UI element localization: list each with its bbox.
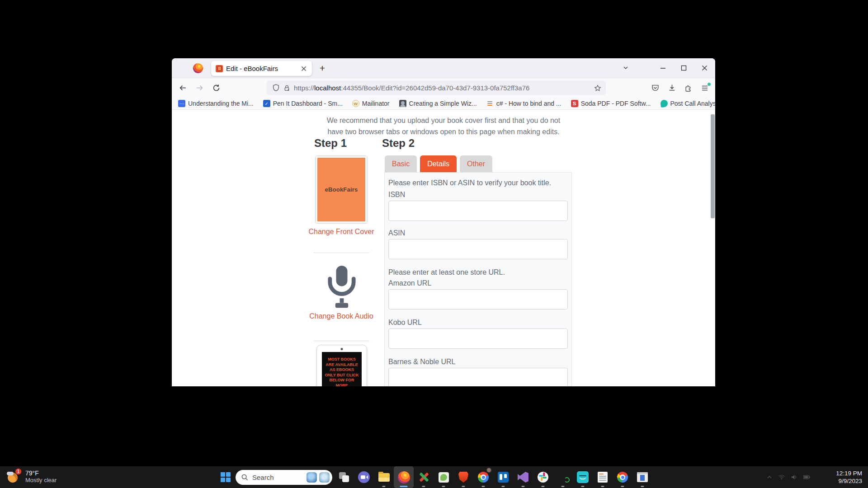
tablet-screen-text: MOST BOOKS ARE AVAILABLE AS EBOOKS ONLY … — [324, 357, 360, 386]
firefox-taskbar-button[interactable] — [394, 466, 414, 488]
change-front-cover-link[interactable]: Change Front Cover — [307, 226, 375, 237]
search-daily-image-icon[interactable] — [319, 472, 330, 483]
brave-browser-button[interactable] — [453, 466, 473, 488]
bookmark-pen-it-dashboard[interactable]: ✓Pen It Dashboard - Sm... — [263, 100, 343, 107]
tab-other[interactable]: Other — [460, 155, 492, 172]
task-view-button[interactable] — [334, 466, 354, 488]
weather-moon-cloud-icon: 1 — [6, 469, 22, 484]
wifi-icon[interactable] — [778, 474, 785, 480]
downloads-icon[interactable] — [665, 80, 679, 95]
details-form-panel: Please enter ISBN or ASIN to verify your… — [384, 172, 572, 386]
ebook-reader-button[interactable] — [632, 466, 652, 488]
divider — [314, 341, 369, 341]
tab-close-icon[interactable] — [298, 63, 309, 74]
windows-logo-icon — [221, 472, 231, 482]
bookmark-check-icon: ✓ — [263, 100, 270, 107]
profile-avatar — [486, 467, 492, 473]
back-button[interactable] — [175, 80, 190, 95]
crossed-ribbons-icon — [418, 472, 429, 483]
clock-time: 12:19 PM — [836, 469, 862, 477]
windows-taskbar: 1 79°F Mostly clear Search — [0, 466, 868, 488]
bookmark-csharp-stackoverflow[interactable]: c# - How to bind and ... — [486, 100, 561, 107]
app-menu-hamburger-icon[interactable] — [697, 80, 712, 95]
volume-icon[interactable] — [791, 474, 797, 480]
taskbar-app-icons — [334, 466, 652, 488]
maps-app-button[interactable] — [414, 466, 434, 488]
page-scrollbar[interactable] — [711, 114, 715, 218]
system-tray[interactable] — [767, 466, 810, 488]
trello-button[interactable] — [493, 466, 513, 488]
kobo-url-input[interactable] — [388, 328, 568, 349]
window-close-button[interactable] — [695, 59, 713, 76]
bookmark-mailinator[interactable]: wMailinator — [352, 100, 390, 107]
hidden-icons-chevron-icon[interactable] — [767, 474, 772, 480]
bookmark-star-icon[interactable] — [594, 84, 601, 92]
soda-pdf-icon: S — [571, 100, 578, 107]
extensions-puzzle-icon[interactable] — [681, 80, 696, 95]
reload-button[interactable] — [209, 80, 224, 95]
chrome-button[interactable] — [613, 466, 632, 488]
step2-tab-group: Basic Details Other — [385, 155, 492, 172]
sync-folder-button[interactable] — [553, 466, 573, 488]
window-maximize-button[interactable] — [675, 59, 693, 76]
step2-heading: Step 2 — [382, 137, 415, 150]
change-book-audio-link[interactable]: Change Book Audio — [307, 310, 375, 322]
search-placeholder: Search — [252, 474, 302, 481]
weather-badge: 1 — [15, 468, 22, 475]
bookmark-creating-wizard[interactable]: Creating a Simple Wiz... — [399, 100, 477, 107]
file-explorer-button[interactable] — [374, 466, 394, 488]
firefox-view-icon[interactable] — [193, 63, 203, 73]
weather-widget[interactable]: 1 79°F Mostly clear — [6, 469, 57, 484]
chat-button[interactable] — [354, 466, 374, 488]
new-tab-button[interactable]: + — [316, 61, 329, 75]
bookmark-soda-pdf[interactable]: SSoda PDF - PDF Softw... — [571, 100, 651, 107]
barnes-noble-url-input[interactable] — [388, 368, 568, 386]
bookmark-understanding[interactable]: ⋯Understanding the Mi... — [178, 100, 254, 107]
window-minimize-button[interactable] — [654, 59, 672, 76]
page-notice: We recommend that you upload your book c… — [319, 115, 568, 137]
tracking-shield-icon[interactable] — [272, 84, 280, 92]
folder-icon — [378, 473, 390, 482]
url-text: https://localhost:44355/Book/Edit?id=260… — [294, 84, 590, 92]
url-bar[interactable]: https://localhost:44355/Book/Edit?id=260… — [267, 80, 606, 95]
battery-icon[interactable] — [803, 475, 810, 479]
pocket-icon[interactable] — [648, 80, 663, 95]
forward-button[interactable] — [192, 80, 207, 95]
start-button[interactable] — [216, 466, 236, 488]
kobo-url-label: Kobo URL — [388, 319, 568, 327]
page-content: We recommend that you upload your book c… — [172, 110, 715, 386]
document-viewer-button[interactable] — [593, 466, 613, 488]
taskbar-clock[interactable]: 12:19 PM 9/9/2023 — [836, 469, 862, 485]
tab-details[interactable]: Details — [420, 155, 457, 172]
chrome-icon — [617, 472, 628, 483]
visual-studio-button[interactable] — [513, 466, 533, 488]
slack-button[interactable] — [533, 466, 553, 488]
scrollbar-thumb[interactable] — [711, 114, 715, 218]
amazon-music-icon — [577, 471, 589, 483]
amazon-url-label: Amazon URL — [388, 279, 568, 287]
barnes-noble-url-label: Barnes & Noble URL — [388, 358, 568, 366]
brave-shield-icon — [458, 472, 468, 483]
person-photo-icon — [399, 100, 406, 107]
nav-toolbar: https://localhost:44355/Book/Edit?id=260… — [172, 78, 715, 98]
list-tabs-chevron-icon[interactable] — [617, 59, 635, 76]
browser-window: Edit - eBookFairs + — [172, 58, 715, 386]
isbn-input[interactable] — [388, 201, 568, 221]
chrome-profile-button[interactable] — [473, 466, 493, 488]
bookmark-post-call-analysis[interactable]: Post Call Analysis — [660, 100, 716, 107]
folder-sync-icon — [557, 473, 569, 482]
lock-warning-icon[interactable] — [283, 84, 290, 92]
amazon-url-input[interactable] — [388, 289, 568, 310]
notepad-plus-plus-button[interactable] — [434, 466, 453, 488]
chrome-icon — [478, 472, 489, 483]
tab-basic[interactable]: Basic — [385, 155, 417, 172]
mailinator-icon: w — [352, 100, 359, 107]
amazon-music-button[interactable] — [573, 466, 593, 488]
bookmarks-bar: ⋯Understanding the Mi... ✓Pen It Dashboa… — [172, 98, 715, 110]
verify-hint: Please enter ISBN or ASIN to verify your… — [388, 179, 568, 187]
taskbar-search[interactable]: Search — [236, 470, 332, 485]
active-tab[interactable]: Edit - eBookFairs — [211, 61, 312, 76]
search-daily-image-icon[interactable] — [307, 472, 317, 483]
tab-title: Edit - eBookFairs — [226, 65, 295, 72]
asin-input[interactable] — [388, 239, 568, 259]
